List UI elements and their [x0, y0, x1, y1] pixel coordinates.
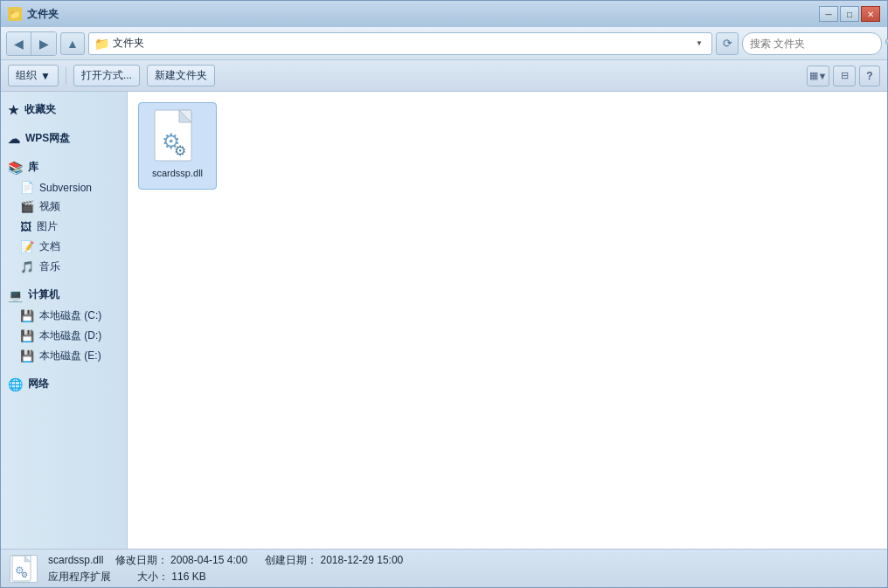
status-filename: scardssp.dll: [48, 554, 103, 566]
status-modified-label: 修改日期：: [115, 554, 168, 566]
breadcrumb-dropdown-arrow[interactable]: ▼: [692, 37, 706, 51]
action-bar: 组织 ▼ 打开方式... 新建文件夹 ▦ ▼ ⊟ ?: [1, 60, 887, 92]
search-bar[interactable]: 🔍: [742, 32, 882, 55]
sidebar-section-wps[interactable]: ☁ WPS网盘: [1, 128, 127, 149]
file-item-scardssp-dll[interactable]: ⚙ ⚙ scardssp.dll: [138, 102, 217, 190]
close-button[interactable]: ✕: [861, 6, 880, 22]
new-folder-label: 新建文件夹: [155, 68, 207, 83]
images-label: 图片: [37, 219, 58, 234]
docs-label: 文档: [39, 239, 60, 254]
status-file-icon: ⚙ ⚙: [10, 555, 38, 583]
file-area: ⚙ ⚙ scardssp.dll: [128, 92, 887, 549]
svg-text:⚙: ⚙: [21, 571, 28, 579]
status-type: 应用程序扩展: [48, 571, 111, 583]
main-window: 📁 文件夹 ─ □ ✕ ◀ ▶ ▲ 📁 文件夹 ▼ ⟳ 🔍 组织: [0, 0, 888, 588]
title-bar-left: 📁 文件夹: [8, 7, 59, 22]
breadcrumb-path: 文件夹: [113, 36, 144, 51]
nav-buttons: ◀ ▶: [6, 31, 57, 56]
window-title: 文件夹: [27, 7, 59, 22]
dll-file-icon: ⚙ ⚙: [153, 108, 202, 164]
sidebar-section-favorites[interactable]: ★ 收藏夹: [1, 99, 127, 121]
music-icon: 🎵: [20, 260, 34, 273]
organize-label: 组织: [16, 68, 37, 83]
computer-label: 计算机: [28, 287, 59, 302]
main-content: ★ 收藏夹 ☁ WPS网盘 📚 库 📄 Subversion 🎬 视频: [1, 92, 887, 549]
search-icon[interactable]: 🔍: [885, 38, 888, 50]
drive-e-label: 本地磁盘 (E:): [39, 349, 101, 363]
sidebar-item-subversion[interactable]: 📄 Subversion: [1, 178, 127, 197]
open-with-button[interactable]: 打开方式...: [73, 65, 140, 86]
video-icon: 🎬: [20, 200, 34, 213]
window-icon: 📁: [8, 7, 22, 21]
images-icon: 🖼: [20, 220, 31, 233]
view-controls: ▦ ▼ ⊟ ?: [807, 66, 880, 86]
drive-c-label: 本地磁盘 (C:): [39, 308, 101, 323]
wps-label: WPS网盘: [25, 131, 70, 146]
sidebar-item-images[interactable]: 🖼 图片: [1, 217, 127, 237]
sidebar: ★ 收藏夹 ☁ WPS网盘 📚 库 📄 Subversion 🎬 视频: [1, 92, 128, 549]
forward-button[interactable]: ▶: [31, 32, 56, 55]
breadcrumb-folder-icon: 📁: [94, 37, 109, 51]
toolbar-row: ◀ ▶ ▲ 📁 文件夹 ▼ ⟳ 🔍: [1, 27, 887, 60]
status-bar: ⚙ ⚙ scardssp.dll 修改日期： 2008-04-15 4:00 创…: [1, 549, 887, 587]
status-created-label: 创建日期：: [265, 554, 317, 566]
video-label: 视频: [39, 199, 60, 214]
favorites-label: 收藏夹: [24, 102, 56, 117]
title-bar: 📁 文件夹 ─ □ ✕: [1, 1, 887, 27]
sidebar-separator-4: [1, 366, 127, 373]
status-size-label: 大小：: [137, 571, 169, 583]
subversion-icon: 📄: [20, 181, 34, 194]
status-line1: scardssp.dll 修改日期： 2008-04-15 4:00 创建日期：…: [48, 553, 403, 568]
layout-button[interactable]: ⊟: [833, 66, 856, 86]
sidebar-item-music[interactable]: 🎵 音乐: [1, 257, 127, 277]
status-size-value: 116 KB: [171, 571, 205, 583]
window-controls: ─ □ ✕: [819, 6, 880, 22]
organize-dropdown-arrow: ▼: [40, 70, 51, 82]
sidebar-section-computer[interactable]: 💻 计算机: [1, 284, 127, 306]
sidebar-item-drive-e[interactable]: 💾 本地磁盘 (E:): [1, 346, 127, 366]
view-toggle-button[interactable]: ▦ ▼: [807, 66, 829, 86]
sidebar-section-network[interactable]: 🌐 网络: [1, 373, 127, 395]
refresh-button[interactable]: ⟳: [716, 32, 739, 55]
file-name: scardssp.dll: [152, 168, 203, 179]
sidebar-separator-3: [1, 277, 127, 284]
action-separator-1: [66, 67, 66, 85]
sidebar-item-docs[interactable]: 📝 文档: [1, 237, 127, 257]
new-folder-button[interactable]: 新建文件夹: [147, 65, 215, 86]
organize-button[interactable]: 组织 ▼: [8, 65, 59, 86]
sidebar-section-library[interactable]: 📚 库: [1, 156, 127, 178]
wps-icon: ☁: [8, 132, 20, 146]
status-modified-date: 2008-04-15 4:00: [170, 554, 247, 566]
status-created-date: 2018-12-29 15:00: [320, 554, 403, 566]
sidebar-item-video[interactable]: 🎬 视频: [1, 197, 127, 217]
status-line2: 应用程序扩展 大小： 116 KB: [48, 570, 403, 585]
drive-d-label: 本地磁盘 (D:): [39, 329, 101, 343]
sidebar-item-drive-d[interactable]: 💾 本地磁盘 (D:): [1, 326, 127, 346]
svg-text:⚙: ⚙: [174, 143, 186, 158]
computer-icon: 💻: [8, 288, 23, 302]
drive-e-icon: 💾: [20, 349, 34, 363]
address-bar[interactable]: 📁 文件夹 ▼: [88, 32, 712, 55]
sidebar-item-drive-c[interactable]: 💾 本地磁盘 (C:): [1, 306, 127, 326]
network-icon: 🌐: [8, 377, 23, 391]
drive-d-icon: 💾: [20, 329, 34, 342]
music-label: 音乐: [39, 259, 60, 274]
docs-icon: 📝: [20, 240, 34, 253]
status-icon-svg: ⚙ ⚙: [11, 555, 36, 583]
back-button[interactable]: ◀: [7, 32, 31, 55]
minimize-button[interactable]: ─: [819, 6, 838, 22]
sidebar-separator-2: [1, 149, 127, 156]
sidebar-separator-1: [1, 121, 127, 128]
file-icon-wrapper: ⚙ ⚙: [149, 108, 205, 164]
drive-c-icon: 💾: [20, 309, 34, 322]
favorites-icon: ★: [8, 103, 19, 117]
up-button[interactable]: ▲: [60, 32, 85, 55]
status-info: scardssp.dll 修改日期： 2008-04-15 4:00 创建日期：…: [48, 553, 403, 585]
subversion-label: Subversion: [39, 182, 92, 194]
search-input[interactable]: [750, 38, 881, 50]
network-label: 网络: [28, 377, 49, 391]
maximize-button[interactable]: □: [840, 6, 859, 22]
library-label: 库: [28, 160, 38, 175]
help-button[interactable]: ?: [859, 66, 880, 86]
open-label: 打开方式...: [81, 68, 132, 83]
